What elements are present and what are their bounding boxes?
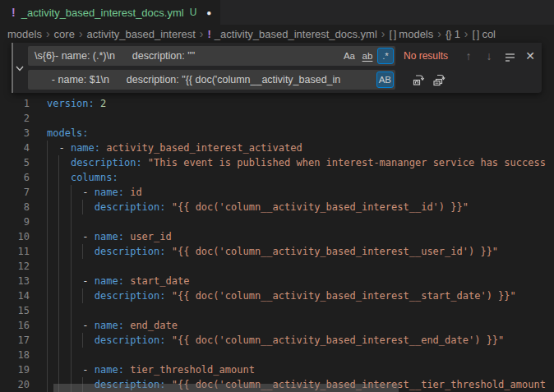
breadcrumb-item[interactable]: !_activity_based_interest_docs.yml (207, 28, 376, 40)
git-status-badge: U (190, 7, 197, 18)
editor-code-area: 1version: 223models:4 - name: activity_b… (0, 96, 554, 392)
indent-guide-icon (58, 155, 59, 170)
find-row: \s{6}- name: (.*)\n description: "" Aa a… (28, 46, 542, 66)
indent-guide-icon (58, 333, 59, 348)
code-line: 10 - name: user_id (0, 229, 554, 244)
indent-guide-icon (58, 229, 59, 244)
chevron-right-icon: › (437, 27, 441, 40)
indent-guide-icon (47, 200, 48, 214)
line-number: 14 (0, 288, 39, 303)
code-line-content[interactable]: - name: tier_threshold_amount (39, 362, 554, 377)
code-line-content[interactable]: description: "{{ doc('column__activity_b… (39, 333, 554, 348)
code-line-content[interactable] (39, 214, 554, 229)
indent-guide-icon (71, 185, 72, 200)
indent-guide-icon (47, 185, 48, 200)
resize-sash[interactable] (12, 43, 13, 93)
code-line-content[interactable]: description: "{{ doc('column__activity_b… (39, 200, 554, 214)
next-match-button[interactable]: ↓ (481, 48, 497, 64)
line-number: 16 (0, 318, 39, 333)
code-line: 11 description: "{{ doc('column__activit… (0, 244, 554, 259)
indent-guide-icon (47, 259, 48, 274)
selection-icon (504, 50, 516, 62)
indent-guide-icon (71, 333, 72, 348)
code-line-content[interactable]: description: "{{ doc('column__activity_b… (39, 244, 554, 259)
code-line-content[interactable]: description: "{{ doc('column__activity_b… (39, 288, 554, 303)
breadcrumb-item[interactable]: core (54, 28, 75, 40)
match-case-button[interactable]: Aa (341, 48, 358, 64)
file-icon: ! (12, 6, 16, 19)
code-line-content[interactable]: version: 2 (39, 96, 554, 111)
file-icon: ! (207, 28, 210, 40)
line-number: 8 (0, 200, 39, 214)
indent-guide-icon (47, 170, 48, 185)
chevron-right-icon: › (200, 27, 204, 40)
breadcrumb-item[interactable]: [ ]models (390, 28, 434, 40)
code-line-content[interactable]: - name: start_date (39, 274, 554, 288)
previous-match-button[interactable]: ↑ (460, 48, 477, 64)
line-number: 1 (0, 96, 39, 111)
code-line: 7 - name: id (0, 185, 554, 200)
code-line-content[interactable]: columns: (39, 170, 554, 185)
breadcrumb-item[interactable]: activity_based_interest (87, 28, 196, 40)
code-line-content[interactable] (39, 348, 554, 362)
line-number: 15 (0, 303, 39, 318)
line-number: 19 (0, 362, 39, 377)
line-number: 20 (0, 377, 39, 392)
code-line: 1version: 2 (0, 96, 554, 111)
breadcrumb-label: models (399, 28, 433, 40)
code-line-content[interactable]: - name: user_id (39, 229, 554, 244)
indent-guide-icon (71, 303, 72, 318)
indent-guide-icon (71, 274, 72, 288)
code-line-content[interactable] (39, 303, 554, 318)
code-line-content[interactable]: description: "This event is published wh… (39, 155, 554, 170)
breadcrumb-item[interactable]: models (7, 28, 42, 40)
close-find-button[interactable]: ✕ (522, 48, 538, 64)
horizontal-scrollbar[interactable] (53, 384, 399, 392)
indent-guide-icon (71, 362, 72, 377)
indent-guide-icon (58, 170, 59, 185)
replace-icon (412, 73, 425, 86)
find-input[interactable]: \s{6}- name: (.*)\n description: "" Aa a… (28, 46, 395, 66)
replace-button[interactable] (410, 71, 427, 88)
find-input-value: \s{6}- name: (.*)\n description: "" (28, 50, 341, 62)
indent-guide-icon (71, 244, 72, 259)
find-results-label: No results (404, 50, 456, 62)
breadcrumb-label: col (482, 28, 496, 40)
indent-guide-icon (58, 348, 59, 362)
line-number: 5 (0, 155, 39, 170)
indent-guide-icon (71, 288, 72, 303)
code-line-content[interactable]: - name: activity_based_interest_activate… (39, 141, 554, 155)
preserve-case-button[interactable]: AB (376, 71, 394, 88)
replace-all-button[interactable] (431, 71, 447, 88)
indent-guide-icon (71, 200, 72, 214)
code-line-content[interactable]: - name: end_date (39, 318, 554, 333)
indent-guide-icon (58, 185, 59, 200)
indent-guide-icon (58, 303, 59, 318)
code-line-content[interactable] (39, 111, 554, 126)
indent-guide-icon (71, 229, 72, 244)
indent-guide-icon (58, 288, 59, 303)
toggle-replace-button[interactable] (12, 43, 28, 93)
indent-guide-icon (47, 155, 48, 170)
tab-bar: ! _activity_based_interest_docs.yml U ● (0, 0, 554, 25)
replace-input[interactable]: - name: $1\n description: "{{ doc('colum… (28, 70, 395, 90)
regex-button[interactable]: .* (377, 48, 394, 64)
chevron-right-icon: › (79, 27, 83, 40)
breadcrumb-item[interactable]: [ ]col (473, 28, 496, 40)
code-line-content[interactable]: - name: id (39, 185, 554, 200)
breadcrumb-item[interactable]: {}1 (446, 28, 460, 40)
find-widget-rows: \s{6}- name: (.*)\n description: "" Aa a… (28, 43, 542, 93)
code-line-content[interactable]: models: (39, 126, 554, 141)
indent-guide-icon (58, 214, 59, 229)
whole-word-button[interactable]: ab (359, 48, 376, 64)
indent-guide-icon (47, 333, 48, 348)
find-in-selection-button[interactable] (501, 48, 518, 64)
chevron-right-icon: › (381, 27, 385, 40)
modified-dot-icon[interactable]: ● (206, 8, 211, 17)
editor-tab[interactable]: ! _activity_based_interest_docs.yml U ● (0, 0, 220, 25)
indent-guide-icon (47, 244, 48, 259)
editor: 1version: 223models:4 - name: activity_b… (0, 43, 554, 392)
code-line-content[interactable] (39, 259, 554, 274)
code-line: 18 (0, 348, 554, 362)
indent-guide-icon (82, 244, 83, 259)
